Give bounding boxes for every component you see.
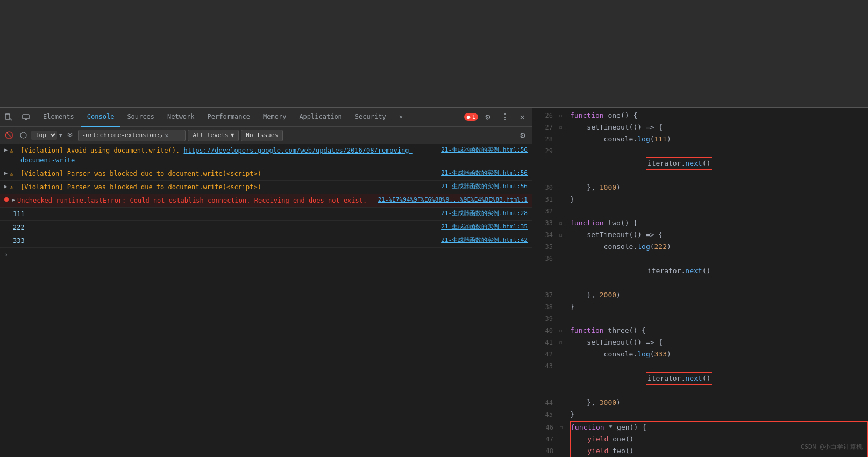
line-code-27: setTimeout(() => { xyxy=(570,122,868,133)
device-toolbar-icon[interactable] xyxy=(19,111,32,124)
line-code-32 xyxy=(570,205,868,217)
line-code-36: iterator.next() xyxy=(570,253,868,289)
inspect-element-icon[interactable] xyxy=(2,111,15,124)
output-111-source[interactable]: 21-生成器函数的实例.html:28 xyxy=(441,209,528,218)
code-line-42: 42 console.log(333) xyxy=(532,348,868,360)
expand-icon[interactable]: ▶ xyxy=(4,146,8,154)
levels-chevron-icon: ▼ xyxy=(231,132,234,139)
console-output-333: 333 21-生成器函数的实例.html:42 xyxy=(0,234,532,248)
code-line-34: 34 ◻ setTimeout(() => { xyxy=(532,229,868,241)
line-num-41: 41 xyxy=(532,337,559,348)
tab-console[interactable]: Console xyxy=(81,108,121,127)
code-line-36: 36 iterator.next() xyxy=(532,253,868,289)
line-num-36: 36 xyxy=(532,253,559,265)
filter-clear-button[interactable]: ✕ xyxy=(165,132,168,139)
tab-application[interactable]: Application xyxy=(293,108,348,127)
line-num-30: 30 xyxy=(532,182,559,194)
expand-icon-3[interactable]: ▶ xyxy=(4,182,8,190)
error-source[interactable]: 21-%E7%94%9F%E6%88%9...%9E%E4%BE%8B.html… xyxy=(378,196,528,205)
tab-sources[interactable]: Sources xyxy=(120,108,161,127)
devtools-settings-button[interactable]: ⚙ xyxy=(480,110,495,125)
code-panel: 26 ◻ function one() { 27 ◻ setTimeout(()… xyxy=(532,108,868,457)
message-source-2[interactable]: 21-生成器函数的实例.html:56 xyxy=(441,169,528,178)
code-line-47: 47 yield one() xyxy=(533,433,867,445)
highlight-iterator-next-1: iterator.next() xyxy=(646,157,712,170)
devtools-close-button[interactable]: ✕ xyxy=(515,110,530,125)
line-num-39: 39 xyxy=(532,313,559,325)
console-messages[interactable]: ▶ ⚠ [Violation] Avoid using document.wri… xyxy=(0,144,532,457)
line-num-33: 33 xyxy=(532,217,559,229)
dropdown-arrow-icon: ▼ xyxy=(59,133,62,138)
warning-icon-3: ⚠ xyxy=(10,182,18,192)
code-line-35: 35 console.log(222) xyxy=(532,241,868,253)
expand-icon[interactable]: ▶ xyxy=(4,169,8,177)
tab-network[interactable]: Network xyxy=(161,108,201,127)
devtools-panel: Elements Console Sources Network Perform… xyxy=(0,108,868,457)
tab-elements[interactable]: Elements xyxy=(37,108,81,127)
output-222: 222 xyxy=(4,223,437,232)
code-line-26: 26 ◻ function one() { xyxy=(532,110,868,122)
code-line-40: 40 ◻ function three() { xyxy=(532,325,868,337)
output-222-source[interactable]: 21-生成器函数的实例.html:35 xyxy=(441,223,528,232)
line-code-26: function one() { xyxy=(570,110,868,122)
highlight-iterator-next-2: iterator.next() xyxy=(646,265,712,277)
code-line-38: 38 } xyxy=(532,301,868,313)
line-code-29: iterator.next() xyxy=(570,145,868,182)
devtools-more-button[interactable]: ⋮ xyxy=(497,110,513,125)
code-line-46: 46 ◻ function * gen() { xyxy=(533,422,867,433)
tab-performance[interactable]: Performance xyxy=(201,108,257,127)
code-line-32: 32 xyxy=(532,205,868,217)
log-levels-button[interactable]: All levels ▼ xyxy=(188,130,239,141)
code-line-41: 41 ◻ setTimeout(() => { xyxy=(532,337,868,348)
code-line-33: 33 ◻ function two() { xyxy=(532,217,868,229)
line-code-30: }, 1000) xyxy=(570,182,868,194)
console-output-222: 222 21-生成器函数的实例.html:35 xyxy=(0,221,532,234)
line-arrow-27: ◻ xyxy=(559,122,570,133)
clear-console-button[interactable]: 🚫 xyxy=(3,130,15,141)
message-source-1[interactable]: 21-生成器函数的实例.html:56 xyxy=(441,146,528,155)
context-selector[interactable]: top ▼ xyxy=(31,131,62,140)
line-code-41: setTimeout(() => { xyxy=(570,337,868,348)
eye-icon-button[interactable]: 👁 xyxy=(64,130,76,141)
code-line-27: 27 ◻ setTimeout(() => { xyxy=(532,122,868,133)
tab-memory[interactable]: Memory xyxy=(257,108,293,127)
filter-input[interactable] xyxy=(82,132,162,139)
tab-more[interactable]: » xyxy=(393,108,409,127)
message-source-3[interactable]: 21-生成器函数的实例.html:56 xyxy=(441,182,528,191)
code-line-31: 31 } xyxy=(532,194,868,205)
console-output-111: 111 21-生成器函数的实例.html:28 xyxy=(0,208,532,221)
console-settings-button[interactable]: ⚙ xyxy=(517,130,529,141)
preserve-log-button[interactable] xyxy=(17,130,29,141)
top-select-dropdown[interactable]: top xyxy=(31,131,57,140)
output-111: 111 xyxy=(4,209,437,219)
line-num-26: 26 xyxy=(532,110,559,122)
no-issues-label: No Issues xyxy=(241,130,283,141)
code-line-39: 39 xyxy=(532,313,868,325)
line-code-39 xyxy=(570,313,868,325)
error-count-badge: ● 1 xyxy=(464,113,478,121)
highlight-iterator-next-3: iterator.next() xyxy=(646,372,712,385)
browser-top-area xyxy=(0,0,868,108)
message-text-2: [Violation] Parser was blocked due to do… xyxy=(20,169,437,178)
code-line-30: 30 }, 1000) xyxy=(532,182,868,194)
console-toolbar: 🚫 top ▼ 👁 ✕ All levels xyxy=(0,127,532,144)
line-code-33: function two() { xyxy=(570,217,868,229)
line-code-34: setTimeout(() => { xyxy=(570,229,868,241)
violation-link[interactable]: https://developers.google.com/web/update… xyxy=(20,147,413,164)
console-message-error: ▶ Unchecked runtime.lastError: Could not… xyxy=(0,194,532,208)
tab-security[interactable]: Security xyxy=(348,108,393,127)
output-333-source[interactable]: 21-生成器函数的实例.html:42 xyxy=(441,236,528,245)
line-num-37: 37 xyxy=(532,289,559,301)
line-code-38: } xyxy=(570,301,868,313)
line-code-46: function * gen() { xyxy=(571,422,867,433)
warning-icon: ⚠ xyxy=(10,146,18,155)
line-code-48: yield two() xyxy=(571,445,867,457)
line-arrow-46: ◻ xyxy=(560,422,571,433)
code-line-44: 44 }, 3000) xyxy=(532,397,868,409)
expand-icon-error[interactable]: ▶ xyxy=(12,196,15,204)
svg-rect-0 xyxy=(5,114,10,119)
tab-right-icons: ● 1 ⚙ ⋮ ✕ xyxy=(464,110,530,125)
line-arrow-40: ◻ xyxy=(559,325,570,337)
line-code-45: } xyxy=(570,409,868,420)
line-num-43: 43 xyxy=(532,360,559,372)
